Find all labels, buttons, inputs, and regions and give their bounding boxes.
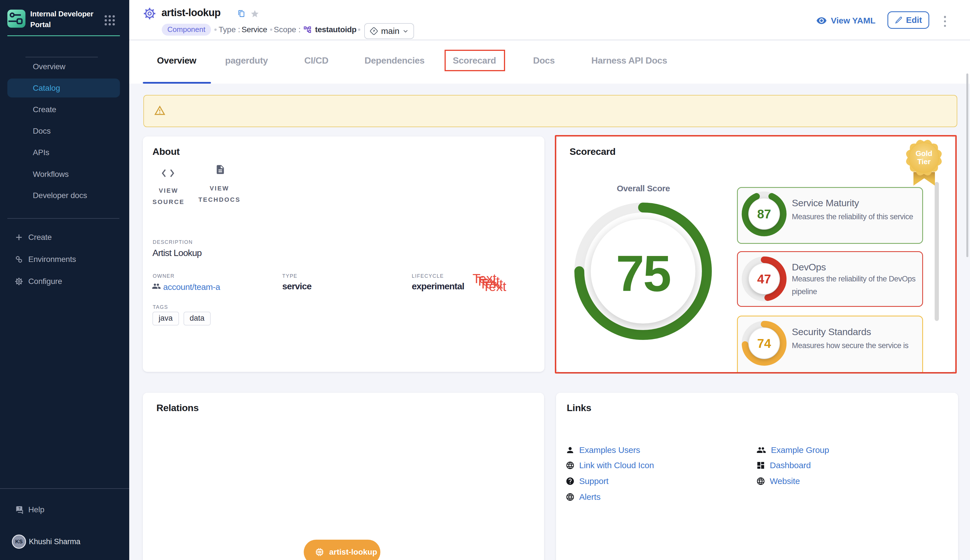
svg-text:47: 47 <box>758 272 771 286</box>
svg-text:?: ? <box>18 507 20 510</box>
svg-text:87: 87 <box>758 207 771 221</box>
svg-text:Tier: Tier <box>917 157 930 166</box>
svg-text:Gold: Gold <box>915 149 932 158</box>
svg-text:74: 74 <box>758 337 771 350</box>
